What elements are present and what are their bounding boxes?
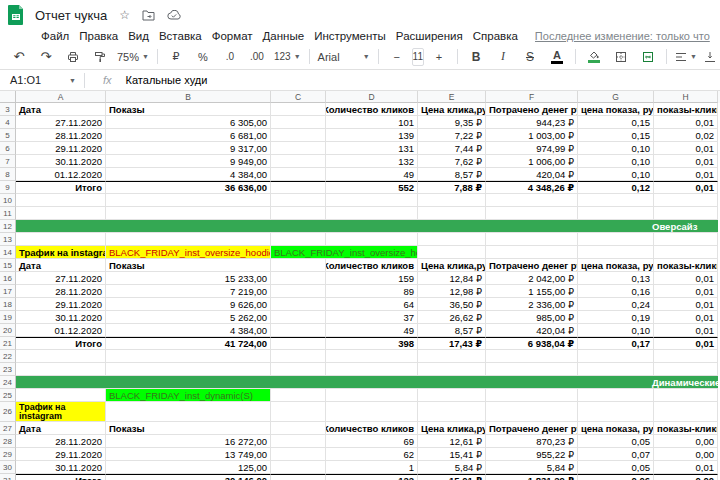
undo-button[interactable]: ↶ bbox=[6, 47, 32, 67]
cell-E9[interactable]: 7,88 ₽ bbox=[418, 181, 486, 194]
cell-F15[interactable]: Потрачено денег руб bbox=[486, 259, 578, 272]
menu-view[interactable]: Вид bbox=[123, 30, 154, 42]
cell-H26[interactable] bbox=[654, 402, 718, 422]
cell-E13[interactable] bbox=[418, 233, 486, 246]
column-header-E[interactable]: E bbox=[418, 91, 486, 103]
row-header-19[interactable]: 19 bbox=[0, 311, 16, 324]
cell-E3[interactable]: Цена клика,руб bbox=[418, 103, 486, 116]
cell-G18[interactable]: 0,24 bbox=[578, 298, 654, 311]
cell-G16[interactable]: 0,13 bbox=[578, 272, 654, 285]
cell-A27[interactable]: Дата bbox=[16, 422, 106, 435]
cell-A20[interactable]: 01.12.2020 bbox=[16, 324, 106, 337]
row-header-15[interactable]: 15 bbox=[0, 259, 16, 272]
cell-F29[interactable]: 955,22 ₽ bbox=[486, 448, 578, 461]
cell-E22[interactable] bbox=[418, 350, 486, 363]
row-header-26[interactable]: 26 bbox=[0, 402, 16, 422]
cell-F9[interactable]: 4 348,26 ₽ bbox=[486, 181, 578, 194]
cell-B16[interactable]: 15 233,00 bbox=[106, 272, 271, 285]
cell-A15[interactable]: Дата bbox=[16, 259, 106, 272]
row-header-8[interactable]: 8 bbox=[0, 168, 16, 181]
cell-E29[interactable]: 15,41 ₽ bbox=[418, 448, 486, 461]
cell-G21[interactable]: 0,17 bbox=[578, 337, 654, 350]
cell-H11[interactable] bbox=[654, 207, 718, 220]
cell-B15[interactable]: Показы bbox=[106, 259, 271, 272]
cell-B18[interactable]: 9 626,00 bbox=[106, 298, 271, 311]
cell-F23[interactable] bbox=[486, 363, 578, 376]
cell-D30[interactable]: 1 bbox=[326, 461, 418, 474]
cell-G29[interactable]: 0,07 bbox=[578, 448, 654, 461]
row-header-18[interactable]: 18 bbox=[0, 298, 16, 311]
cell-D10[interactable] bbox=[326, 194, 418, 207]
cell-C28[interactable] bbox=[271, 435, 326, 448]
menu-format[interactable]: Формат bbox=[207, 30, 258, 42]
cell-E10[interactable] bbox=[418, 194, 486, 207]
cell-A17[interactable]: 28.11.2020 bbox=[16, 285, 106, 298]
cell-H22[interactable] bbox=[654, 350, 718, 363]
row-header-4[interactable]: 4 bbox=[0, 116, 16, 129]
more-formats-button[interactable]: 123▼ bbox=[271, 47, 304, 67]
cell-D8[interactable]: 49 bbox=[326, 168, 418, 181]
cell-E28[interactable]: 12,61 ₽ bbox=[418, 435, 486, 448]
row-header-14[interactable]: 14 bbox=[0, 246, 16, 259]
cell-E17[interactable]: 12,98 ₽ bbox=[418, 285, 486, 298]
row-header-11[interactable]: 11 bbox=[0, 207, 16, 220]
row-header-31[interactable]: 31 bbox=[0, 474, 16, 480]
cell-D16[interactable]: 159 bbox=[326, 272, 418, 285]
cell-A23[interactable] bbox=[16, 363, 106, 376]
cell-F17[interactable]: 1 155,00 ₽ bbox=[486, 285, 578, 298]
cell-D20[interactable]: 49 bbox=[326, 324, 418, 337]
cell-G31[interactable]: 0,06 bbox=[578, 474, 654, 480]
cell-C9[interactable] bbox=[271, 181, 326, 194]
cell-C6[interactable] bbox=[271, 142, 326, 155]
cell-H29[interactable]: 0,00 bbox=[654, 448, 718, 461]
cell-G13[interactable] bbox=[578, 233, 654, 246]
cell-G25[interactable] bbox=[578, 389, 654, 402]
cell-D6[interactable]: 131 bbox=[326, 142, 418, 155]
cell-D11[interactable] bbox=[326, 207, 418, 220]
cell-H30[interactable]: 0,01 bbox=[654, 461, 718, 474]
cell-A18[interactable]: 29.11.2020 bbox=[16, 298, 106, 311]
cell-G3[interactable]: цена показа, руб bbox=[578, 103, 654, 116]
cell-H18[interactable]: 0,01 bbox=[654, 298, 718, 311]
cell-G23[interactable] bbox=[578, 363, 654, 376]
increase-decimals-button[interactable]: .00 bbox=[244, 47, 270, 67]
cell-H19[interactable]: 0,01 bbox=[654, 311, 718, 324]
cell-B26[interactable] bbox=[106, 402, 271, 422]
row-header-13[interactable]: 13 bbox=[0, 233, 16, 246]
cell-H20[interactable]: 0,01 bbox=[654, 324, 718, 337]
cell-E21[interactable]: 17,43 ₽ bbox=[418, 337, 486, 350]
cell-E19[interactable]: 26,62 ₽ bbox=[418, 311, 486, 324]
cell-H13[interactable] bbox=[654, 233, 718, 246]
strikethrough-button[interactable]: S bbox=[517, 47, 543, 67]
cell-H31[interactable]: 0,00 bbox=[654, 474, 718, 480]
row-header-24[interactable]: 24 bbox=[0, 376, 16, 389]
borders-button[interactable] bbox=[608, 47, 634, 67]
cell-E14[interactable] bbox=[418, 246, 486, 259]
cell-E26[interactable] bbox=[418, 402, 486, 422]
cell-F13[interactable] bbox=[486, 233, 578, 246]
cell-C7[interactable] bbox=[271, 155, 326, 168]
cell-F14[interactable] bbox=[486, 246, 578, 259]
cell-C20[interactable] bbox=[271, 324, 326, 337]
text-color-button[interactable]: A bbox=[544, 47, 570, 67]
cell-C30[interactable] bbox=[271, 461, 326, 474]
cell-A3[interactable]: Дата bbox=[16, 103, 106, 116]
cell-G4[interactable]: 0,15 bbox=[578, 116, 654, 129]
cell-B10[interactable] bbox=[106, 194, 271, 207]
cell-H5[interactable]: 0,02 bbox=[654, 129, 718, 142]
row-header-6[interactable]: 6 bbox=[0, 142, 16, 155]
cell-B29[interactable]: 13 749,00 bbox=[106, 448, 271, 461]
cell-H27[interactable]: показы-клики % bbox=[654, 422, 718, 435]
formula-input[interactable]: Катальные худи bbox=[126, 74, 208, 86]
row-header-5[interactable]: 5 bbox=[0, 129, 16, 142]
cell-A30[interactable]: 30.11.2020 bbox=[16, 461, 106, 474]
row-header-7[interactable]: 7 bbox=[0, 155, 16, 168]
cell-B21[interactable]: 41 724,00 bbox=[106, 337, 271, 350]
cell-F20[interactable]: 420,04 ₽ bbox=[486, 324, 578, 337]
cell-E7[interactable]: 7,62 ₽ bbox=[418, 155, 486, 168]
cell-D22[interactable] bbox=[326, 350, 418, 363]
column-header-G[interactable]: G bbox=[578, 91, 654, 103]
cell-B30[interactable]: 125,00 bbox=[106, 461, 271, 474]
cell-E15[interactable]: Цена клика,руб bbox=[418, 259, 486, 272]
cell-F6[interactable]: 974,99 ₽ bbox=[486, 142, 578, 155]
